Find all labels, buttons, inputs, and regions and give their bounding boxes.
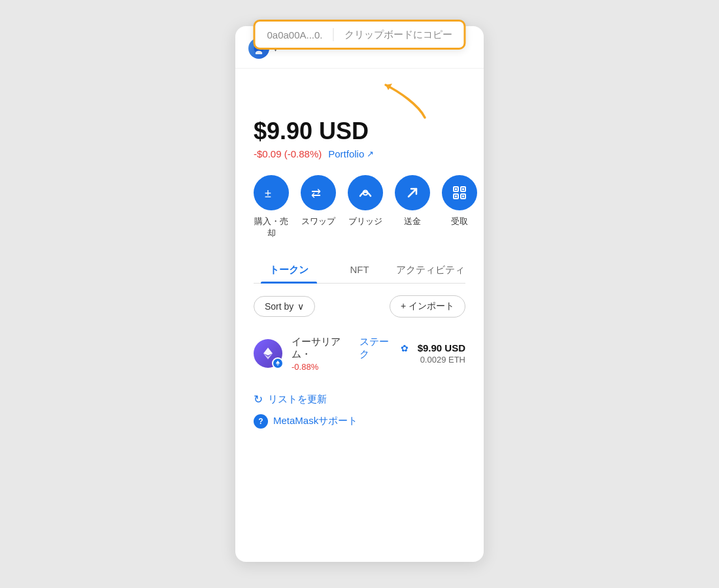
tab-activity[interactable]: アクティビティ [395, 257, 465, 283]
token-stake-icon: ✿ [401, 343, 409, 353]
svg-line-7 [409, 189, 416, 197]
address-text: 0a0a00A...0. [267, 29, 322, 41]
swap-icon: ⇄ [301, 175, 336, 210]
svg-marker-18 [276, 361, 280, 364]
portfolio-link[interactable]: Portfolio ↗ [328, 148, 374, 159]
sort-by-button[interactable]: Sort by ∨ [254, 296, 315, 317]
svg-marker-16 [263, 348, 273, 355]
bridge-icon [348, 175, 383, 210]
sort-by-label: Sort by [265, 301, 293, 312]
refresh-label: リストを更新 [268, 393, 327, 406]
bridge-button[interactable]: ブリッジ [348, 175, 383, 239]
svg-rect-15 [462, 195, 464, 197]
wallet-card: ▾ 0a0a00A...0. クリップボードにコピー $9.90 USD -$0… [235, 26, 484, 562]
svg-text:±: ± [265, 187, 271, 200]
send-icon [395, 175, 430, 210]
send-label: 送金 [404, 216, 421, 227]
divider [333, 28, 334, 41]
balance-change-row: -$0.09 (-0.88%) Portfolio ↗ [254, 148, 465, 159]
svg-rect-13 [462, 188, 464, 190]
import-button[interactable]: + インポート [390, 295, 465, 318]
token-info: イーサリアム・ ステーク ✿ -0.88% [292, 336, 409, 372]
balance-section: $9.90 USD -$0.09 (-0.88%) Portfolio ↗ [254, 118, 465, 159]
token-usd-value: $9.90 USD [418, 342, 465, 353]
svg-rect-12 [455, 188, 457, 190]
token-eth-value: 0.0029 ETH [418, 355, 465, 365]
sort-chevron-icon: ∨ [297, 301, 304, 312]
buy-sell-label: 購入・売却 [254, 216, 289, 239]
top-bar: ▾ 0a0a00A...0. クリップボードにコピー [235, 26, 484, 69]
svg-rect-14 [455, 195, 457, 197]
swap-button[interactable]: ⇄ スワップ [301, 175, 336, 239]
copy-clipboard-button[interactable]: クリップボードにコピー [344, 29, 452, 41]
swap-label: スワップ [301, 216, 335, 227]
token-name: イーサリアム・ [292, 336, 356, 361]
token-item[interactable]: イーサリアム・ ステーク ✿ -0.88% $9.90 USD 0.0029 E… [254, 328, 465, 380]
token-badge-eth [272, 357, 284, 369]
tab-tokens[interactable]: トークン [254, 257, 324, 283]
refresh-icon: ↻ [254, 393, 263, 406]
filter-row: Sort by ∨ + インポート [254, 295, 465, 318]
token-value: $9.90 USD 0.0029 ETH [418, 342, 465, 365]
buy-sell-button[interactable]: ± 購入・売却 [254, 175, 289, 239]
token-stake-label: ステーク [360, 336, 396, 361]
token-icon-ethereum [254, 339, 282, 368]
bridge-label: ブリッジ [348, 216, 382, 227]
receive-button[interactable]: 受取 [442, 175, 477, 239]
tab-nft[interactable]: NFT [324, 257, 395, 283]
import-label: + インポート [401, 301, 454, 312]
external-link-icon: ↗ [367, 149, 374, 159]
token-change: -0.88% [292, 362, 409, 372]
action-buttons: ± 購入・売却 ⇄ スワップ [254, 175, 465, 239]
send-button[interactable]: 送金 [395, 175, 430, 239]
support-label: MetaMaskサポート [273, 415, 358, 427]
support-icon: ? [254, 414, 268, 429]
receive-icon [442, 175, 477, 210]
main-content: $9.90 USD -$0.09 (-0.88%) Portfolio ↗ ± … [235, 69, 484, 429]
refresh-row[interactable]: ↻ リストを更新 [254, 380, 465, 412]
buy-sell-icon: ± [254, 175, 289, 210]
balance-change-value: -$0.09 (-0.88%) [254, 148, 322, 159]
svg-text:⇄: ⇄ [311, 187, 321, 200]
balance-amount: $9.90 USD [254, 118, 465, 144]
tab-bar: トークン NFT アクティビティ [254, 257, 465, 284]
copy-address-box: 0a0a00A...0. クリップボードにコピー [253, 20, 465, 50]
token-name-row: イーサリアム・ ステーク ✿ [292, 336, 409, 361]
support-row[interactable]: ? MetaMaskサポート [254, 414, 465, 429]
receive-label: 受取 [451, 216, 468, 227]
